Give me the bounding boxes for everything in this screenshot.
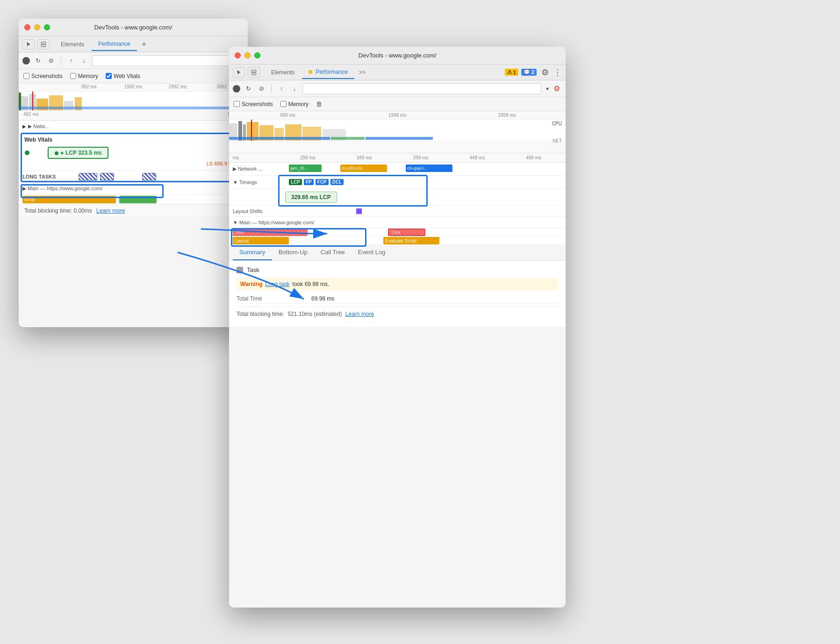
record-button-1[interactable]	[22, 57, 30, 64]
warning-link-2[interactable]: Long task	[266, 281, 290, 287]
layout-bar: Layout	[233, 237, 289, 244]
fp-badge: FP	[304, 179, 314, 185]
webvitals-checkbox-1[interactable]: Web Vitals	[106, 73, 140, 79]
tab-more-2[interactable]: >>	[355, 67, 369, 78]
network-item-0: gen_20...	[289, 165, 322, 172]
reload-button-2[interactable]: ↻	[243, 84, 253, 94]
tab-summary-2[interactable]: Summary	[233, 245, 272, 260]
cursor-icon-2[interactable]	[233, 67, 245, 78]
toolbar-2: ↻ ⊘ ↑ ↓ www.google.com #1 ▾ ⚙	[229, 80, 566, 97]
lcp-tooltip-2: 329.65 ms LCP	[285, 192, 337, 203]
minimize-button-2[interactable]	[244, 52, 251, 58]
tab-performance-1[interactable]: Performance	[92, 38, 137, 51]
cpu-chart-2: CPU	[229, 120, 566, 141]
close-tab-1[interactable]: ✕	[138, 38, 150, 50]
learn-more-link-2[interactable]: Learn more	[345, 311, 374, 317]
tab-bottom-up-2[interactable]: Bottom-Up	[272, 245, 314, 260]
long-task-bar-1	[79, 173, 97, 180]
timeline-overview-1: 992 ms 1992 ms 2992 ms 3992 492 ms	[19, 83, 248, 121]
warning-badge: ⚠ 1	[505, 69, 518, 76]
timings-expand-2[interactable]: ▼ Timings	[233, 179, 284, 185]
main-section-2: ▼ Main — https://www.google.com/	[229, 217, 566, 228]
timeline-overview-2: 999 ms 1999 ms 2999 ms CPU	[229, 111, 566, 153]
memory-checkbox-2[interactable]: Memory	[280, 101, 309, 107]
close-button-1[interactable]	[24, 24, 30, 30]
network-expand-2[interactable]: ▶ Network ...	[233, 166, 284, 172]
maximize-button-2[interactable]	[254, 52, 260, 58]
panel-icon[interactable]	[37, 39, 50, 50]
tab-event-log-2[interactable]: Event Log	[352, 245, 392, 260]
network-section-2: ▶ Network ... gen_20... m=cdos,hs... cb=…	[229, 163, 566, 176]
svg-rect-0	[41, 42, 46, 44]
flame-row-evaluate: Layout Evaluate Script	[229, 236, 566, 245]
maximize-button-1[interactable]	[44, 24, 50, 30]
svg-point-11	[55, 151, 58, 155]
total-blocking-row-1: Total blocking time: 0.00ms Learn more	[19, 204, 248, 217]
upload-button-1[interactable]: ↑	[66, 56, 76, 66]
warning-row-2: Warning Long task took 69.98 ms.	[237, 278, 558, 290]
svg-rect-13	[251, 73, 256, 75]
main-section-container: ▼ Main — https://www.google.com/ Task Ta…	[229, 217, 566, 245]
long-task-bar-2	[100, 173, 114, 180]
evaluate-bar: Evaluate Script	[383, 237, 439, 244]
close-button-2[interactable]	[235, 52, 241, 58]
settings-icon-2[interactable]: ⚙	[541, 67, 549, 78]
timings-section-2: ▼ Timings LCP FP FCP DCL	[229, 176, 566, 189]
flame-row-task: Task Task	[229, 228, 566, 236]
long-tasks-row-1: LONG TASKS	[19, 171, 248, 183]
tab-performance-2[interactable]: Performance	[302, 66, 354, 79]
window-2: DevTools - www.google.com/ Elements Perf…	[229, 47, 566, 608]
settings-red-icon[interactable]: ⚙	[552, 84, 562, 94]
web-vitals-box-1: Web Vitals ● LCP 323.5 ms LS 698.9 m	[19, 133, 248, 171]
detail-ruler-2: ms 299 ms 349 ms 399 ms 449 ms 499 ms	[229, 153, 566, 163]
svg-point-10	[25, 150, 29, 155]
lcp-badge-1: ● LCP 323.5 ms	[48, 147, 108, 159]
net-bar-2	[229, 137, 566, 140]
fcp-badge: FCP	[316, 179, 329, 185]
titlebar-2: DevTools - www.google.com/	[229, 47, 566, 64]
download-button-1[interactable]: ↓	[79, 56, 89, 66]
screenshots-checkbox-1[interactable]: Screenshots	[23, 73, 63, 79]
tab-bar-2: Elements Performance >> ⚠ 1 💬 2 ⚙ ⋮	[229, 64, 566, 80]
download-button-2[interactable]: ↓	[289, 84, 300, 94]
learn-more-link-1[interactable]: Learn more	[96, 208, 125, 214]
total-time-row: Total Time 69.98 ms	[237, 294, 558, 304]
more-icon-2[interactable]: ⋮	[553, 67, 562, 78]
svg-rect-12	[251, 70, 256, 72]
memory-checkbox-1[interactable]: Memory	[70, 73, 98, 79]
record-button-2[interactable]	[233, 85, 240, 93]
timings-section-container: ▼ Timings LCP FP FCP DCL 329.65 ms LCP	[229, 176, 566, 206]
options-row-1: Screenshots Memory Web Vitals	[19, 69, 248, 83]
task-color-box	[237, 267, 243, 273]
lcp-badge-2: LCP	[289, 179, 302, 185]
tab-call-tree-2[interactable]: Call Tree	[314, 245, 352, 260]
url-input-1[interactable]: www.google.co	[92, 55, 244, 66]
lcp-tooltip-row: 329.65 ms LCP	[229, 189, 566, 206]
titlebar-1: DevTools - www.google.com/	[19, 19, 248, 36]
task-bar-right: Task	[388, 229, 425, 236]
trash-icon[interactable]: 🗑	[316, 100, 322, 107]
reload-button-1[interactable]: ↻	[33, 56, 43, 66]
url-input-2[interactable]: www.google.com #1	[302, 83, 541, 94]
upload-button-2[interactable]: ↑	[276, 84, 287, 94]
web-vitals-section-1: ▶ ▶ Natw... Web Vitals ● LCP 323.5 ms LS…	[19, 121, 248, 217]
minimize-button-1[interactable]	[34, 24, 40, 30]
screenshots-checkbox-2[interactable]: Screenshots	[234, 101, 273, 107]
tab-elements-1[interactable]: Elements	[54, 38, 91, 50]
options-row-2: Screenshots Memory 🗑	[229, 97, 566, 111]
lcp-row-1: ● LCP 323.5 ms	[24, 147, 242, 159]
toolbar-1: ↻ ⊘ ↑ ↓ www.google.co	[19, 52, 248, 69]
cancel-button-2[interactable]: ⊘	[256, 84, 266, 94]
cancel-button-1[interactable]: ⊘	[46, 56, 56, 66]
comment-badge: 💬 2	[521, 69, 537, 76]
window-title-1: DevTools - www.google.com/	[94, 24, 172, 31]
cursor-icon[interactable]	[22, 39, 35, 50]
network-item-1: m=cdos,hs...	[340, 165, 387, 172]
layout-shifts-row: Layout Shifts	[229, 206, 566, 217]
total-blocking-row-2: Total blocking time: 521.10ms (estimated…	[237, 307, 558, 321]
cpu-chart-1	[19, 92, 248, 110]
task-header-2: Task	[237, 266, 558, 273]
main-expand-2[interactable]: ▼ Main — https://www.google.com/	[233, 220, 314, 225]
panel-icon-2[interactable]	[248, 67, 260, 78]
tab-elements-2[interactable]: Elements	[265, 66, 301, 79]
